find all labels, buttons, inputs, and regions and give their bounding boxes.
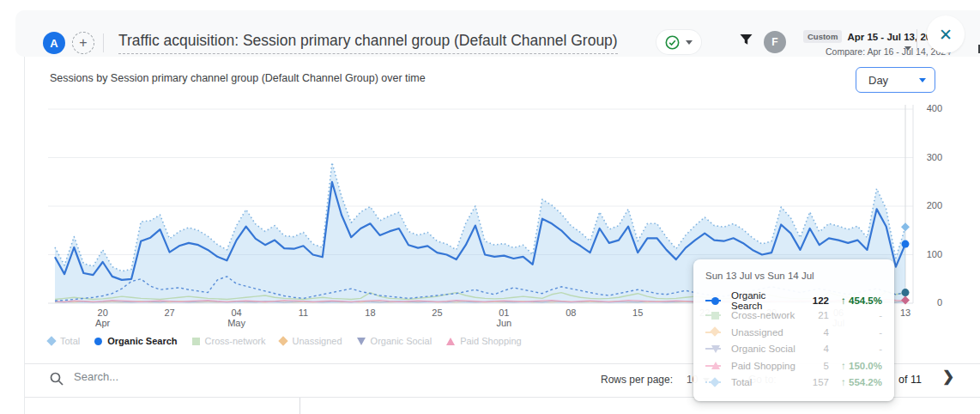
circle-marker-icon <box>94 338 102 345</box>
compare-range-value: Compare: Apr 16 - Jul 14, 2024 <box>826 46 906 57</box>
plus-icon: + <box>79 35 87 51</box>
tooltip-series-name: Total <box>731 377 798 387</box>
tooltip-series-change: - <box>829 344 882 354</box>
tooltip-series-name: Organic Social <box>731 344 798 354</box>
legend-label: Organic Search <box>107 336 177 346</box>
rows-per-page-label: Rows per page: <box>601 374 673 386</box>
triangle-up-marker-icon <box>446 338 455 345</box>
tooltip-series-change: ↑ 554.2% <box>829 377 882 387</box>
tooltip-row-organic-search: Organic Search122↑ 454.5% <box>705 290 882 307</box>
square-marker-icon <box>192 338 200 345</box>
y-axis-tick: 400 <box>916 103 942 113</box>
tooltip-series-change: - <box>829 327 882 338</box>
tooltip-date-title: Sun 13 Jul vs Sun 14 Jul <box>705 271 882 281</box>
diamond-marker-icon <box>710 327 719 337</box>
legend-item-organic-social[interactable]: Organic Social <box>357 336 433 346</box>
chart-title: Sessions by Session primary channel grou… <box>50 72 426 84</box>
close-icon: ✕ <box>939 25 953 45</box>
tooltip-series-name: Paid Shopping <box>731 361 798 371</box>
search-icon <box>50 372 64 386</box>
tooltip-series-value: 21 <box>798 310 829 320</box>
x-axis-tick: 18 <box>351 307 389 318</box>
header-divider <box>103 33 104 52</box>
tooltip-series-value: 5 <box>798 361 829 371</box>
x-axis-tick: 20Apr <box>84 307 122 328</box>
tooltip-row-total: Total157↑ 554.2% <box>705 374 882 392</box>
tooltip-row-organic-social: Organic Social4- <box>705 341 882 358</box>
legend-label: Organic Social <box>371 336 433 346</box>
series-marker <box>705 361 726 370</box>
chart-tooltip: Sun 13 Jul vs Sun 14 Jul Organic Search1… <box>693 259 894 401</box>
chart-legend: TotalOrganic SearchCross-networkUnassign… <box>48 336 522 346</box>
date-range-caret-icon <box>904 46 911 51</box>
series-marker <box>705 296 726 306</box>
traffic-acquisition-report: A + Traffic acquisition: Session primary… <box>0 0 980 414</box>
header-divider <box>916 29 917 52</box>
add-report-tab-button[interactable]: + <box>72 32 94 54</box>
tooltip-series-change: - <box>829 310 882 320</box>
y-axis-tick: 0 <box>916 297 942 307</box>
tooltip-series-value: 157 <box>798 377 829 387</box>
check-circle-icon <box>665 35 680 50</box>
series-marker <box>705 327 726 337</box>
report-status-chip[interactable] <box>656 30 701 54</box>
chevron-down-icon <box>919 78 926 82</box>
diamond-marker-icon <box>46 336 56 345</box>
legend-item-paid-shopping[interactable]: Paid Shopping <box>446 336 522 346</box>
diamond-marker-icon <box>710 377 719 387</box>
granularity-value: Day <box>868 74 888 87</box>
report-title[interactable]: Traffic acquisition: Session primary cha… <box>118 32 618 54</box>
y-axis-tick: 200 <box>916 200 942 210</box>
tooltip-series-value: 4 <box>798 344 829 354</box>
square-marker-icon <box>711 312 719 320</box>
tooltip-series-change: ↑ 454.5% <box>829 295 882 306</box>
tooltip-series-name: Unassigned <box>731 327 798 338</box>
series-marker <box>705 344 726 354</box>
x-axis-tick: 11 <box>285 307 323 318</box>
close-report-button[interactable]: ✕ <box>927 15 965 53</box>
legend-label: Total <box>60 336 80 346</box>
chevron-right-icon: ❯ <box>942 368 954 385</box>
filter-icon[interactable] <box>739 33 753 47</box>
tooltip-row-unassigned: Unassigned4- <box>705 324 882 341</box>
next-page-button[interactable]: ❯ <box>942 368 954 386</box>
granularity-dropdown[interactable]: Day <box>856 67 935 93</box>
diamond-marker-icon <box>279 336 288 345</box>
legend-label: Paid Shopping <box>460 336 522 346</box>
pagination-count: of 11 <box>898 374 922 386</box>
legend-item-organic-search[interactable]: Organic Search <box>94 336 177 346</box>
y-axis-tick: 100 <box>916 249 942 259</box>
legend-item-unassigned[interactable]: Unassigned <box>280 336 342 346</box>
table-column-divider <box>299 398 300 414</box>
tooltip-series-change: ↑ 150.0% <box>829 361 882 371</box>
x-axis-tick: 25 <box>418 307 456 318</box>
x-axis-tick: 15 <box>619 307 656 318</box>
legend-label: Cross-network <box>205 336 266 346</box>
legend-item-total[interactable]: Total <box>48 336 80 346</box>
y-axis-tick: 300 <box>916 152 942 162</box>
tooltip-series-value: 122 <box>798 295 829 306</box>
circle-marker-icon <box>711 297 719 305</box>
tooltip-series-name: Cross-network <box>731 310 798 320</box>
triangle-down-marker-icon <box>711 345 720 353</box>
x-axis-tick: 08 <box>552 307 590 318</box>
x-axis-tick: 27 <box>151 307 189 318</box>
report-tab-avatar[interactable]: A <box>43 32 65 54</box>
tooltip-rows: Organic Search122↑ 454.5%Cross-network21… <box>705 290 882 391</box>
triangle-down-marker-icon <box>357 338 366 345</box>
tooltip-row-cross-network: Cross-network21- <box>705 307 882 325</box>
search-input[interactable] <box>72 369 333 384</box>
legend-label: Unassigned <box>292 336 342 346</box>
series-marker <box>705 311 726 320</box>
x-axis-tick: 04May <box>218 307 256 328</box>
report-header-bar: A + Traffic acquisition: Session primary… <box>15 10 980 57</box>
x-axis-tick: 01Jun <box>485 307 523 328</box>
series-marker <box>705 378 726 387</box>
tooltip-row-paid-shopping: Paid Shopping5↑ 150.0% <box>705 357 882 374</box>
date-range-selector[interactable]: Custom Apr 15 - Jul 13, 2025 Compare: Ap… <box>803 30 906 57</box>
legend-item-cross-network[interactable]: Cross-network <box>192 336 266 346</box>
tooltip-series-value: 4 <box>798 327 829 338</box>
chevron-down-icon <box>686 40 693 45</box>
date-range-type-badge: Custom <box>803 30 842 43</box>
collaborator-avatar[interactable]: F <box>764 31 786 53</box>
